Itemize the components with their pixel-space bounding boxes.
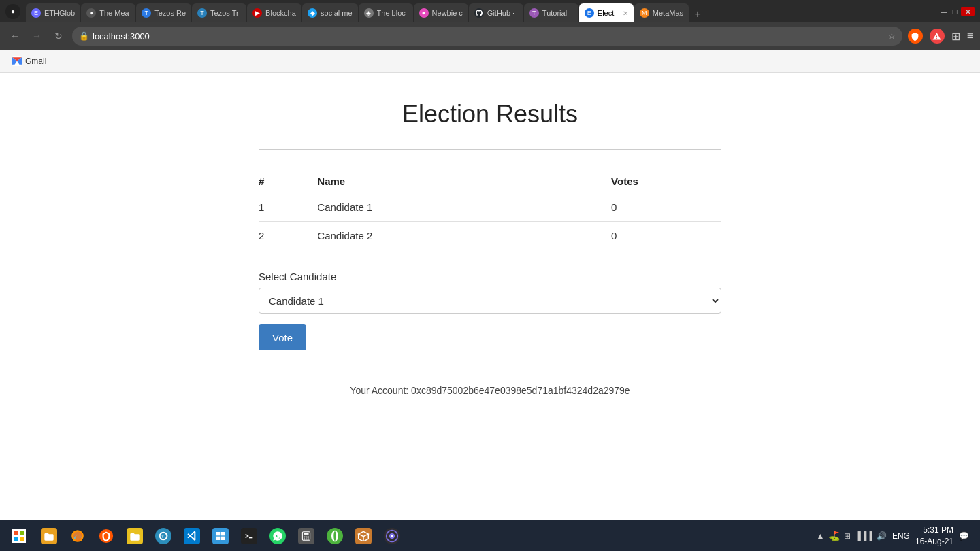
vote-button[interactable]: Vote — [259, 324, 306, 350]
tab-election[interactable]: E Electi ✕ — [579, 3, 634, 22]
svg-rect-5 — [216, 532, 220, 535]
tab-metamask[interactable]: M MetaMas — [634, 3, 689, 22]
tab-icon-tezos1: T — [142, 8, 151, 18]
taskbar-vscode[interactable] — [178, 523, 206, 549]
taskbar: Y 7 8 94 5 — [0, 520, 980, 551]
candidate-select[interactable]: Candidate 1Candidate 2 — [259, 288, 721, 314]
taskbar-files[interactable] — [35, 523, 63, 549]
account-address: 0xc89d75002b6e47e0398e5d71a1bf4324d2a297… — [411, 385, 630, 396]
table-row: 1 Candidate 1 0 — [259, 193, 721, 222]
taskbar-yarn[interactable]: Y — [150, 523, 177, 549]
tab-github[interactable]: GitHub · — [469, 3, 523, 22]
select-candidate-label: Select Candidate — [259, 271, 721, 282]
taskbar-calculator[interactable]: 7 8 94 5 6 — [293, 523, 320, 549]
menu-icon[interactable]: ≡ — [967, 30, 973, 42]
clock-time: 5:31 PM — [915, 524, 953, 536]
taskbar-obs[interactable] — [378, 523, 406, 549]
system-tray-icons: ▲ ⛳ ⊞ ▐▐▐ 🔊 — [817, 531, 887, 541]
tab-close-election[interactable]: ✕ — [623, 10, 628, 17]
tab-tutorial[interactable]: T Tutorial — [524, 3, 578, 22]
tray-arrow-icon[interactable]: ▲ — [817, 531, 825, 541]
profile-icon[interactable]: ● — [5, 4, 20, 19]
row-votes: 0 — [611, 222, 721, 250]
tab-label-themeal: The Mea — [99, 9, 130, 17]
gmail-favicon — [12, 56, 22, 66]
alert-icon[interactable] — [930, 29, 945, 44]
app1-icon — [212, 528, 229, 544]
results-table: # Name Votes 1 Candidate 1 0 2 Candidate… — [259, 170, 721, 250]
col-header-votes: Votes — [611, 170, 721, 193]
window-controls[interactable]: ─ □ ✕ — [939, 7, 975, 16]
taskbar-clock[interactable]: 5:31 PM 16-Aug-21 — [915, 524, 953, 548]
notification-icon[interactable]: 💬 — [959, 531, 969, 541]
taskbar-filemanager[interactable] — [121, 523, 148, 549]
taskbar-mongodb[interactable] — [321, 523, 348, 549]
reload-button[interactable]: ↻ — [50, 28, 67, 44]
language-badge: ENG — [892, 531, 910, 541]
brave-taskbar-icon — [98, 528, 114, 544]
table-row: 2 Candidate 2 0 — [259, 222, 721, 250]
forward-button[interactable]: → — [29, 28, 45, 44]
account-label: Your Account: — [350, 385, 408, 396]
bookmark-star-icon[interactable]: ☆ — [888, 31, 896, 41]
address-bar[interactable] — [72, 27, 902, 46]
volume-icon[interactable]: 🔊 — [877, 531, 887, 541]
vscode-icon — [184, 528, 200, 544]
main-container: Election Results # Name Votes 1 Candidat… — [245, 100, 735, 396]
taskbar-brave[interactable] — [93, 523, 120, 549]
svg-rect-7 — [216, 536, 220, 539]
start-button[interactable] — [5, 523, 33, 549]
taskbar-terminal[interactable] — [235, 523, 263, 549]
browser-toolbar: ← → ↻ 🔒 ☆ ⊞ ≡ — [0, 22, 980, 50]
clock-date: 16-Aug-21 — [915, 536, 953, 548]
tab-label-election: Electi — [598, 9, 619, 17]
taskbar-firefox[interactable] — [64, 523, 91, 549]
row-num: 2 — [259, 222, 317, 250]
page-content: Election Results # Name Votes 1 Candidat… — [0, 73, 980, 520]
security-icon: 🔒 — [79, 31, 89, 41]
tab-tezos1[interactable]: T Tezos Re — [136, 3, 191, 22]
tab-icon-tezos2: T — [197, 8, 207, 18]
close-button[interactable]: ✕ — [961, 7, 975, 16]
tab-label-blog: The bloc — [377, 9, 408, 17]
svg-text:4 5 6: 4 5 6 — [304, 537, 310, 540]
new-tab-button[interactable]: + — [689, 6, 706, 22]
tab-label-newbie: Newbie c — [432, 9, 463, 17]
tab-social[interactable]: ◆ social me — [302, 3, 357, 22]
tab-blockchain[interactable]: ▶ Blockcha — [247, 3, 301, 22]
box-icon — [355, 528, 372, 544]
svg-point-17 — [391, 535, 393, 537]
task-view-icon[interactable]: ⊞ — [844, 531, 851, 541]
extensions-icon[interactable]: ⊞ — [951, 30, 960, 43]
bottom-divider — [259, 371, 721, 371]
gmail-label: Gmail — [25, 56, 46, 66]
row-name: Candidate 2 — [317, 222, 611, 250]
taskbar-app1[interactable] — [207, 523, 234, 549]
svg-rect-6 — [221, 532, 225, 535]
tab-tezos2[interactable]: T Tezos Tr — [192, 3, 246, 22]
tab-newbie[interactable]: ● Newbie c — [414, 3, 468, 22]
terminal-icon — [241, 528, 257, 544]
taskbar-box[interactable] — [350, 523, 377, 549]
col-header-name: Name — [317, 170, 611, 193]
bookmark-gmail[interactable]: Gmail — [7, 54, 52, 68]
maximize-button[interactable]: □ — [950, 7, 960, 16]
tab-icon-blockchain: ▶ — [252, 8, 262, 18]
col-header-num: # — [259, 170, 317, 193]
tab-blog[interactable]: ◈ The bloc — [359, 3, 413, 22]
row-votes: 0 — [611, 193, 721, 222]
row-name: Candidate 1 — [317, 193, 611, 222]
tab-label-tutorial: Tutorial — [542, 9, 573, 17]
tab-themeal[interactable]: ● The Mea — [81, 3, 135, 22]
filemanager-icon — [127, 528, 143, 544]
back-button[interactable]: ← — [7, 28, 23, 44]
brave-shield-icon[interactable] — [908, 29, 923, 44]
tab-label-tezos1: Tezos Re — [154, 9, 186, 17]
taskbar-whatsapp[interactable] — [264, 523, 291, 549]
minimize-button[interactable]: ─ — [939, 7, 949, 16]
tab-ethglob[interactable]: E ETHGlob — [26, 3, 80, 22]
wifi-icon[interactable]: ▐▐▐ — [855, 531, 872, 541]
tab-icon-ethglob: E — [31, 8, 41, 18]
windows-defender-icon[interactable]: ⛳ — [828, 531, 840, 541]
tab-icon-social: ◆ — [308, 8, 317, 18]
